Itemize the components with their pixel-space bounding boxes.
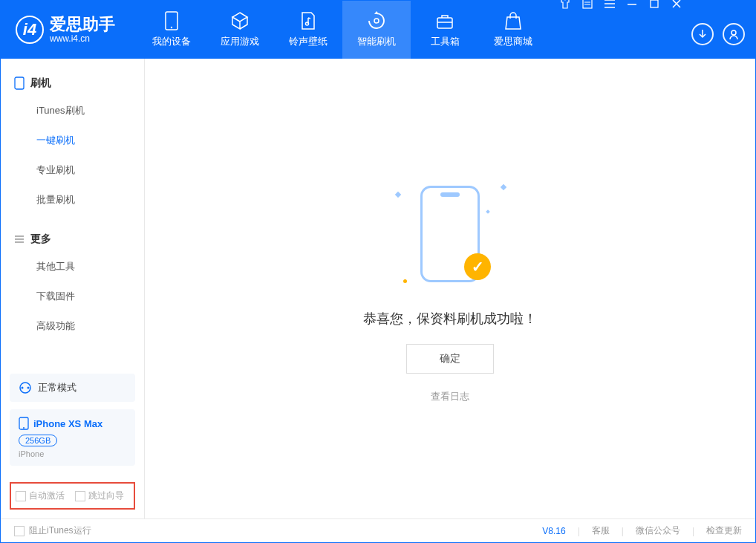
sidebar-item-oneclick-flash[interactable]: 一键刷机 (1, 126, 144, 155)
device-icon (19, 417, 29, 430)
device-capacity: 256GB (19, 435, 57, 446)
svg-rect-4 (437, 18, 452, 28)
content-area: ✓ 恭喜您，保资料刷机成功啦！ 确定 查看日志 (145, 59, 755, 518)
titlebar: i4 爱思助手 www.i4.cn 我的设备 应用游戏 铃声壁纸 智能刷机 (1, 1, 755, 59)
wechat-link[interactable]: 微信公众号 (636, 524, 680, 537)
sparkle-icon (501, 183, 506, 189)
options-row: 自动激活 跳过向导 (10, 482, 135, 510)
checkbox-icon (16, 491, 26, 501)
device-panel: 正常模式 iPhone XS Max 256GB iPhone (1, 365, 144, 475)
refresh-icon (367, 11, 386, 30)
tab-label: 工具箱 (431, 35, 460, 48)
tab-ringtones[interactable]: 铃声壁纸 (274, 1, 342, 59)
menu-icon[interactable] (602, 0, 617, 11)
checkbox-icon (75, 491, 85, 501)
ok-button[interactable]: 确定 (406, 344, 494, 374)
version-label: V8.16 (542, 526, 565, 536)
sidebar-item-advanced[interactable]: 高级功能 (1, 311, 144, 341)
user-button[interactable] (723, 23, 745, 45)
maximize-button[interactable] (647, 0, 662, 11)
tab-label: 应用游戏 (221, 35, 259, 48)
tab-label: 智能刷机 (357, 35, 396, 48)
sparkle-icon (395, 191, 401, 197)
tab-label: 我的设备 (152, 35, 191, 48)
tab-label: 爱思商城 (494, 35, 532, 48)
toolbox-icon (435, 11, 454, 30)
support-link[interactable]: 客服 (592, 524, 610, 537)
sidebar-item-download-firmware[interactable]: 下载固件 (1, 282, 144, 311)
tab-my-device[interactable]: 我的设备 (137, 1, 206, 59)
device-mode[interactable]: 正常模式 (10, 374, 135, 402)
success-illustration: ✓ (387, 175, 513, 293)
body: 刷机 iTunes刷机 一键刷机 专业刷机 批量刷机 更多 其他工具 下载固件 … (1, 59, 755, 518)
shirt-icon[interactable] (558, 0, 573, 11)
success-message: 恭喜您，保资料刷机成功啦！ (363, 310, 537, 328)
tab-flash[interactable]: 智能刷机 (342, 1, 411, 59)
sparkle-icon (486, 209, 490, 214)
svg-point-3 (374, 19, 379, 23)
dot-icon (403, 279, 407, 283)
statusbar: 阻止iTunes运行 V8.16 | 客服 | 微信公众号 | 检查更新 (1, 518, 755, 542)
tab-toolbox[interactable]: 工具箱 (411, 1, 479, 59)
sidebar-item-other-tools[interactable]: 其他工具 (1, 252, 144, 282)
svg-rect-13 (651, 0, 658, 7)
svg-point-23 (22, 387, 24, 389)
svg-rect-18 (15, 77, 24, 89)
tab-apps[interactable]: 应用游戏 (206, 1, 274, 59)
checkbox-block-itunes[interactable]: 阻止iTunes运行 (14, 524, 91, 537)
sidebar: 刷机 iTunes刷机 一键刷机 专业刷机 批量刷机 更多 其他工具 下载固件 … (1, 59, 145, 518)
check-badge-icon: ✓ (464, 253, 491, 280)
device-type: iPhone (19, 449, 126, 458)
checkbox-auto-activate[interactable]: 自动激活 (16, 490, 65, 502)
more-icon (14, 234, 25, 244)
list-icon[interactable] (580, 0, 595, 11)
svg-point-17 (731, 30, 736, 35)
minimize-button[interactable] (625, 0, 639, 11)
close-button[interactable] (669, 0, 684, 11)
svg-point-26 (23, 427, 25, 429)
check-update-link[interactable]: 检查更新 (706, 524, 742, 537)
tab-label: 铃声壁纸 (289, 35, 328, 48)
app-title: 爱思助手 (50, 16, 115, 33)
bag-icon (504, 11, 523, 30)
app-subtitle: www.i4.cn (50, 34, 115, 44)
svg-point-24 (27, 387, 30, 389)
sidebar-section-more: 更多 (1, 228, 144, 252)
app-logo: i4 爱思助手 www.i4.cn (16, 16, 115, 44)
sidebar-item-batch-flash[interactable]: 批量刷机 (1, 185, 144, 215)
download-button[interactable] (691, 23, 714, 45)
checkbox-icon (14, 526, 25, 536)
main-tabs: 我的设备 应用游戏 铃声壁纸 智能刷机 工具箱 爱思商城 (137, 1, 547, 59)
svg-point-2 (306, 22, 309, 25)
window-controls (558, 0, 684, 11)
view-log-link[interactable]: 查看日志 (431, 390, 469, 403)
checkbox-skip-guide[interactable]: 跳过向导 (75, 490, 124, 502)
music-file-icon (299, 11, 318, 30)
device-name: iPhone XS Max (33, 418, 102, 429)
app-window: i4 爱思助手 www.i4.cn 我的设备 应用游戏 铃声壁纸 智能刷机 (0, 0, 756, 543)
logo-icon: i4 (16, 16, 44, 44)
sidebar-item-pro-flash[interactable]: 专业刷机 (1, 155, 144, 185)
cube-icon (230, 11, 250, 30)
sidebar-item-itunes-flash[interactable]: iTunes刷机 (1, 96, 144, 126)
tab-store[interactable]: 爱思商城 (479, 1, 547, 59)
svg-point-1 (171, 27, 172, 28)
sidebar-section-flash: 刷机 (1, 72, 144, 96)
device-icon (162, 11, 181, 30)
mode-icon (19, 381, 32, 394)
device-info[interactable]: iPhone XS Max 256GB iPhone (10, 409, 135, 466)
phone-icon (14, 77, 25, 90)
